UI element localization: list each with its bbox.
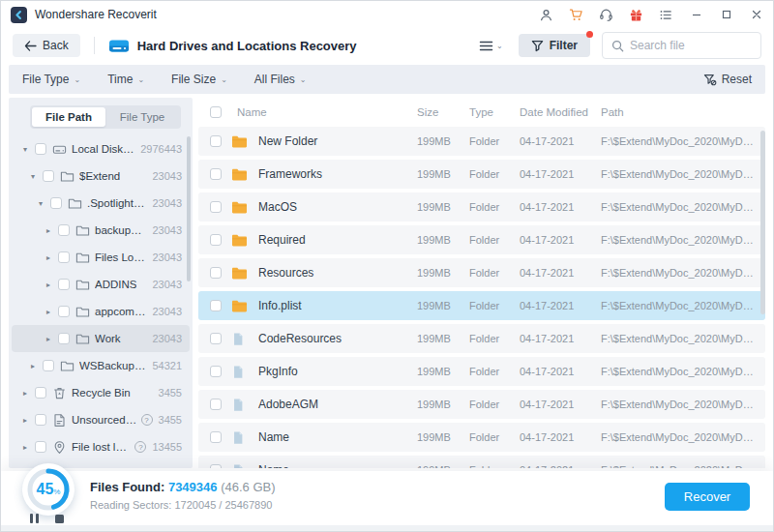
folder-icon bbox=[60, 359, 74, 373]
tree-expander-icon[interactable]: ▸ bbox=[23, 443, 35, 452]
search-input[interactable] bbox=[630, 39, 752, 52]
row-type: Folder bbox=[469, 399, 520, 410]
tree-checkbox[interactable] bbox=[58, 251, 70, 263]
tree-item[interactable]: ▸ Recycle Bin 3455 bbox=[12, 379, 190, 406]
tree-count: 23043 bbox=[146, 306, 182, 317]
row-checkbox[interactable] bbox=[210, 168, 222, 180]
tree-item[interactable]: ▸ File lost location ? 13455 bbox=[12, 433, 190, 460]
tree-count: 23043 bbox=[146, 251, 182, 263]
close-button[interactable] bbox=[749, 8, 763, 22]
tree-checkbox[interactable] bbox=[58, 306, 70, 317]
tree-expander-icon[interactable]: ▸ bbox=[31, 362, 43, 370]
maximize-button[interactable] bbox=[719, 8, 733, 22]
tree-checkbox[interactable] bbox=[43, 360, 54, 371]
pause-scan-button[interactable] bbox=[30, 514, 39, 523]
row-size: 199MB bbox=[417, 267, 469, 279]
table-row[interactable]: Name 199MB Folder 04-17-2021 F:\$Extend\… bbox=[198, 456, 765, 468]
help-icon[interactable]: ? bbox=[141, 414, 153, 426]
column-path: Path bbox=[601, 106, 765, 118]
filter-time[interactable]: Time⌄ bbox=[107, 73, 144, 86]
back-arrow-icon bbox=[24, 41, 37, 51]
page-title: Hard Drives and Locations Recovery bbox=[137, 39, 357, 53]
table-row[interactable]: PkgInfo 199MB Folder 04-17-2021 F:\$Exte… bbox=[198, 357, 765, 386]
row-checkbox[interactable] bbox=[210, 300, 222, 311]
view-options-button[interactable]: ⌄ bbox=[475, 36, 507, 56]
sidebar-scrollbar[interactable] bbox=[187, 136, 191, 281]
tree-expander-icon[interactable]: ▸ bbox=[23, 416, 35, 425]
row-checkbox[interactable] bbox=[210, 333, 222, 344]
tree-item[interactable]: ▾ $Extend 23043 bbox=[12, 163, 190, 190]
gift-icon[interactable] bbox=[629, 8, 643, 22]
task-list-icon[interactable] bbox=[659, 8, 673, 22]
tree-expander-icon[interactable]: ▸ bbox=[23, 389, 35, 398]
tree-item[interactable]: ▸ WSBackupData 54321 bbox=[12, 352, 190, 379]
table-row[interactable]: CodeResources 199MB Folder 04-17-2021 F:… bbox=[198, 324, 765, 353]
table-row[interactable]: Frameworks 199MB Folder 04-17-2021 F:\$E… bbox=[198, 160, 765, 189]
row-name: Name bbox=[254, 430, 417, 444]
tree-checkbox[interactable] bbox=[58, 279, 70, 290]
table-row[interactable]: Required 199MB Folder 04-17-2021 F:\$Ext… bbox=[198, 225, 765, 254]
table-row[interactable]: AdobeAGM 199MB Folder 04-17-2021 F:\$Ext… bbox=[198, 390, 765, 419]
tree-checkbox[interactable] bbox=[35, 387, 46, 399]
cart-icon[interactable] bbox=[569, 8, 583, 22]
row-checkbox[interactable] bbox=[210, 399, 222, 410]
minimize-button[interactable] bbox=[689, 8, 703, 22]
support-headset-icon[interactable] bbox=[599, 8, 613, 22]
row-checkbox[interactable] bbox=[210, 135, 222, 147]
table-scrollbar[interactable] bbox=[760, 131, 765, 314]
row-checkbox[interactable] bbox=[210, 366, 222, 377]
back-button[interactable]: Back bbox=[13, 34, 80, 57]
folder-icon bbox=[75, 305, 90, 319]
filter-button[interactable]: Filter bbox=[519, 34, 590, 57]
tree-item[interactable]: ▸ backupdata 23043 bbox=[12, 217, 190, 244]
tree-item[interactable]: ▸ appcompat 23043 bbox=[12, 298, 190, 325]
tree-expander-icon[interactable]: ▾ bbox=[39, 199, 50, 208]
tab-file-path[interactable]: File Path bbox=[32, 107, 105, 127]
reset-filter-button[interactable]: Reset bbox=[703, 73, 752, 86]
recover-button[interactable]: Recover bbox=[665, 483, 750, 511]
row-checkbox[interactable] bbox=[210, 201, 222, 213]
tree-item[interactable]: ▾ .Spotlight-V10000... 23043 bbox=[12, 190, 190, 217]
table-row[interactable]: Resources 199MB Folder 04-17-2021 F:\$Ex… bbox=[198, 258, 765, 287]
tree-item[interactable]: ▾ Local Disk (F:) 2976443 bbox=[12, 135, 190, 163]
filter-file-type[interactable]: File Type⌄ bbox=[22, 73, 80, 86]
tree-expander-icon[interactable]: ▸ bbox=[46, 335, 58, 343]
row-date: 04-17-2021 bbox=[520, 300, 601, 311]
tree-expander-icon[interactable]: ▾ bbox=[23, 145, 35, 154]
stop-scan-button[interactable] bbox=[55, 515, 64, 523]
tree-label: $Extend bbox=[79, 170, 120, 182]
row-checkbox[interactable] bbox=[210, 464, 222, 468]
row-checkbox[interactable] bbox=[210, 431, 222, 443]
row-checkbox[interactable] bbox=[210, 267, 222, 279]
tree-expander-icon[interactable]: ▸ bbox=[46, 281, 58, 289]
tree-item[interactable]: ▸ Unsourced files ? 3455 bbox=[12, 406, 190, 433]
table-row[interactable]: MacOS 199MB Folder 04-17-2021 F:\$Extend… bbox=[198, 192, 765, 222]
tree-checkbox[interactable] bbox=[35, 414, 46, 426]
tree-checkbox[interactable] bbox=[58, 333, 70, 344]
tree-expander-icon[interactable]: ▸ bbox=[46, 253, 58, 262]
table-row[interactable]: Info.plist 199MB Folder 04-17-2021 F:\$E… bbox=[198, 291, 765, 320]
select-all-checkbox[interactable] bbox=[210, 106, 222, 118]
row-size: 199MB bbox=[417, 168, 469, 180]
tree-checkbox[interactable] bbox=[35, 441, 46, 453]
app-logo-icon bbox=[11, 7, 27, 23]
tab-file-type[interactable]: File Type bbox=[105, 107, 179, 127]
tree-checkbox[interactable] bbox=[43, 170, 54, 182]
tree-expander-icon[interactable]: ▾ bbox=[31, 172, 43, 181]
filter-file-size[interactable]: File Size⌄ bbox=[171, 73, 227, 86]
filter-all-files[interactable]: All Files⌄ bbox=[254, 73, 307, 86]
tree-expander-icon[interactable]: ▸ bbox=[46, 308, 58, 316]
table-row[interactable]: New Folder 199MB Folder 04-17-2021 F:\$E… bbox=[198, 127, 765, 156]
tree-expander-icon[interactable]: ▸ bbox=[46, 226, 58, 235]
tree-item[interactable]: ▸ ADDINS 23043 bbox=[12, 271, 190, 298]
tree-item[interactable]: ▸ Work 23043 bbox=[12, 325, 190, 352]
tree-checkbox[interactable] bbox=[35, 143, 46, 155]
table-row[interactable]: Name 199MB Folder 04-17-2021 F:\$Extend\… bbox=[198, 423, 765, 452]
user-icon[interactable] bbox=[539, 8, 553, 22]
help-icon[interactable]: ? bbox=[134, 441, 146, 453]
search-box[interactable] bbox=[602, 32, 761, 59]
row-checkbox[interactable] bbox=[210, 234, 222, 246]
tree-item[interactable]: ▸ Files Lost Origri... 23043 bbox=[12, 244, 190, 271]
tree-checkbox[interactable] bbox=[50, 197, 62, 209]
tree-checkbox[interactable] bbox=[58, 224, 70, 236]
